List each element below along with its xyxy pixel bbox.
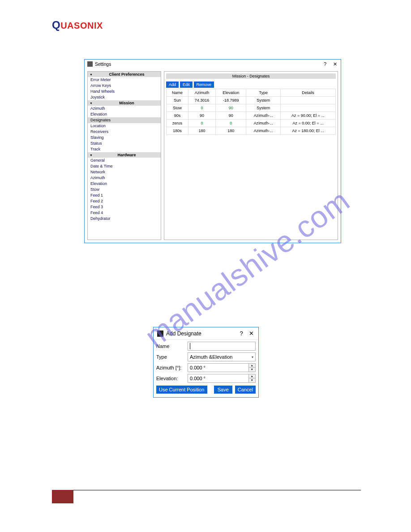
label-name: Name <box>156 343 188 349</box>
remove-button[interactable]: Remove <box>194 82 214 88</box>
chevron-down-icon: ▾ <box>252 355 253 359</box>
sidebar-item-receivers[interactable]: Receivers <box>88 129 161 135</box>
dialog-close-button[interactable]: ✕ <box>248 330 255 337</box>
chevron-down-icon: ▼ <box>90 102 93 105</box>
sidebar-item-dehydrator[interactable]: Dehydrator <box>88 216 161 222</box>
table-cell: 90s <box>167 112 188 120</box>
sidebar-item-designates[interactable]: Designates <box>88 117 161 123</box>
col-azimuth: Azimuth <box>188 89 215 97</box>
type-select[interactable]: Azimuth &Elevation ▾ <box>188 352 256 361</box>
table-cell: Sun <box>167 97 188 104</box>
help-button[interactable]: ? <box>322 61 328 67</box>
sidebar-item-feed-2[interactable]: Feed 2 <box>88 198 161 204</box>
col-name: Name <box>167 89 188 97</box>
chevron-down-icon: ▼ <box>90 73 93 76</box>
row-azimuth: Azimuth [°]: 0.000 ° ▴ ▾ <box>156 363 256 372</box>
sidebar-item-network[interactable]: Network <box>88 169 161 175</box>
table-cell: 90 <box>188 112 215 120</box>
section-hardware[interactable]: ▼Hardware <box>88 152 161 158</box>
table-row[interactable]: 90s9090Azimuth-...Az = 90.00; El = ... <box>167 112 336 120</box>
cancel-button[interactable]: Cancel <box>235 386 256 394</box>
add-button[interactable]: Add <box>166 82 179 88</box>
dialog-button-row: Use Current Position Save Cancel <box>156 386 256 394</box>
settings-title: Settings <box>95 62 318 67</box>
table-cell: 0 <box>216 120 246 127</box>
designates-table: Name Azimuth Elevation Type Details Sun7… <box>166 89 336 135</box>
sidebar-item-slaving[interactable]: Slaving <box>88 135 161 141</box>
table-row[interactable]: Sun74.3016-18.7989System <box>167 97 336 104</box>
dialog-titlebar: Add Designate ? ✕ <box>154 327 258 340</box>
edit-button[interactable]: Edit <box>180 82 193 88</box>
sidebar-item-feed-1[interactable]: Feed 1 <box>88 193 161 198</box>
main-heading: Mission - Designates <box>166 73 336 79</box>
settings-titlebar: Settings ? ✕ <box>85 60 341 69</box>
table-cell: zeros <box>167 120 188 127</box>
table-cell <box>281 97 336 104</box>
settings-body: ▼Client Preferences Error Meter Arrow Ke… <box>85 69 341 243</box>
spin-up-icon[interactable]: ▴ <box>249 364 255 368</box>
table-cell: 0 <box>188 120 215 127</box>
section-client-preferences[interactable]: ▼Client Preferences <box>88 72 161 77</box>
sidebar-item-azimuth[interactable]: Azimuth <box>88 106 161 112</box>
table-row[interactable]: 180s180180Azimuth-...Az = 180.00; El ... <box>167 127 336 135</box>
spin-down-icon[interactable]: ▾ <box>249 378 255 382</box>
sidebar-item-status[interactable]: Status <box>88 141 161 146</box>
col-details: Details <box>281 89 336 97</box>
sidebar-item-joystick[interactable]: Joystick <box>88 94 161 100</box>
sidebar-item-stow[interactable]: Stow <box>88 187 161 193</box>
sidebar-item-location[interactable]: Location <box>88 123 161 129</box>
table-cell: 180 <box>216 127 246 135</box>
table-cell: 90 <box>216 112 246 120</box>
dialog-icon <box>157 330 163 337</box>
elevation-input[interactable]: 0.000 ° <box>188 374 249 383</box>
name-input[interactable] <box>188 342 256 351</box>
button-row: Add Edit Remove <box>166 82 336 88</box>
sidebar-item-feed-4[interactable]: Feed 4 <box>88 210 161 216</box>
table-cell: -18.7989 <box>216 97 246 104</box>
use-current-button[interactable]: Use Current Position <box>156 386 207 394</box>
sidebar-item-hw-elevation[interactable]: Elevation <box>88 181 161 187</box>
sidebar-item-hw-azimuth[interactable]: Azimuth <box>88 175 161 181</box>
add-designate-dialog: Add Designate ? ✕ Name Type Azimuth &Ele… <box>153 327 259 398</box>
table-row[interactable]: Stow090System <box>167 104 336 112</box>
elevation-spinner[interactable]: ▴ ▾ <box>248 374 256 383</box>
close-button[interactable]: ✕ <box>332 61 338 67</box>
col-elevation: Elevation <box>216 89 246 97</box>
table-cell: 90 <box>216 104 246 112</box>
settings-icon <box>87 61 93 67</box>
table-cell: System <box>246 97 281 104</box>
sidebar-item-elevation[interactable]: Elevation <box>88 112 161 117</box>
azimuth-input[interactable]: 0.000 ° <box>188 363 249 372</box>
sidebar-item-arrow-keys[interactable]: Arrow Keys <box>88 83 161 89</box>
table-cell: 180s <box>167 127 188 135</box>
spin-up-icon[interactable]: ▴ <box>249 374 255 378</box>
table-cell: 74.3016 <box>188 97 215 104</box>
chevron-down-icon: ▼ <box>90 154 93 157</box>
sidebar-item-error-meter[interactable]: Error Meter <box>88 77 161 83</box>
dialog-help-button[interactable]: ? <box>238 330 245 337</box>
row-name: Name <box>156 342 256 351</box>
table-cell: System <box>246 104 281 112</box>
sidebar-item-track[interactable]: Track <box>88 146 161 152</box>
dialog-title: Add Designate <box>166 330 235 337</box>
label-elevation: Elevation: <box>156 376 188 381</box>
table-row[interactable]: zeros00Azimuth-...Az = 0.00; El = ... <box>167 120 336 127</box>
table-cell: Azimuth-... <box>246 112 281 120</box>
sidebar-item-general[interactable]: General <box>88 158 161 163</box>
col-type: Type <box>246 89 281 97</box>
table-cell <box>281 104 336 112</box>
section-mission[interactable]: ▼Mission <box>88 100 161 106</box>
sidebar-item-feed-3[interactable]: Feed 3 <box>88 204 161 210</box>
footer-rule <box>52 490 361 490</box>
row-type: Type Azimuth &Elevation ▾ <box>156 352 256 361</box>
sidebar-item-date-time[interactable]: Date & Time <box>88 163 161 169</box>
logo-rest: UASONIX <box>60 21 103 30</box>
table-cell: Az = 0.00; El = ... <box>281 120 336 127</box>
save-button[interactable]: Save <box>214 386 232 394</box>
label-type: Type <box>156 354 188 360</box>
table-cell: Azimuth-... <box>246 120 281 127</box>
spin-down-icon[interactable]: ▾ <box>249 368 255 372</box>
footer-block <box>52 490 73 503</box>
azimuth-spinner[interactable]: ▴ ▾ <box>248 363 256 372</box>
sidebar-item-hand-wheels[interactable]: Hand Wheels <box>88 89 161 94</box>
